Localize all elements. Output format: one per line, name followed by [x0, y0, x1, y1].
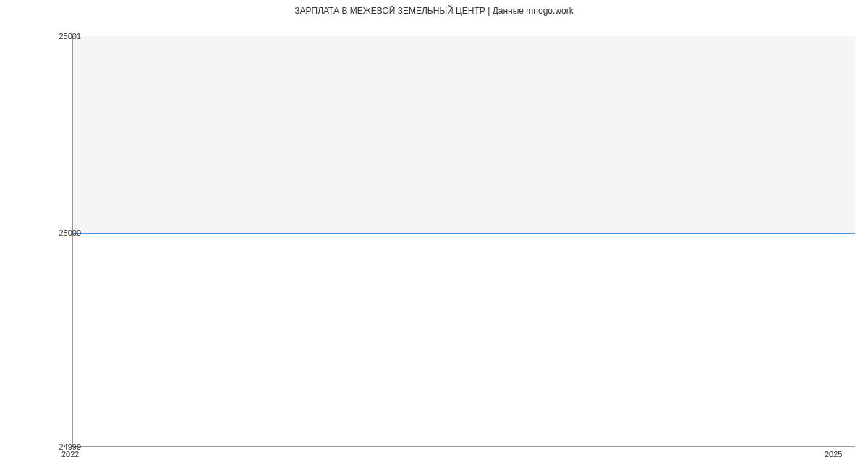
y-tick-label: 25000 — [23, 228, 81, 237]
data-line — [73, 233, 855, 234]
chart-plot — [72, 36, 855, 447]
x-tick-label: 2022 — [61, 450, 79, 458]
chart-title: ЗАРПЛАТА В МЕЖЕВОЙ ЗЕМЕЛЬНЫЙ ЦЕНТР | Дан… — [0, 0, 868, 16]
plot-area — [72, 36, 855, 447]
fill-area — [73, 36, 855, 233]
x-tick-label: 2025 — [825, 450, 842, 458]
y-tick-label: 25001 — [23, 32, 81, 40]
